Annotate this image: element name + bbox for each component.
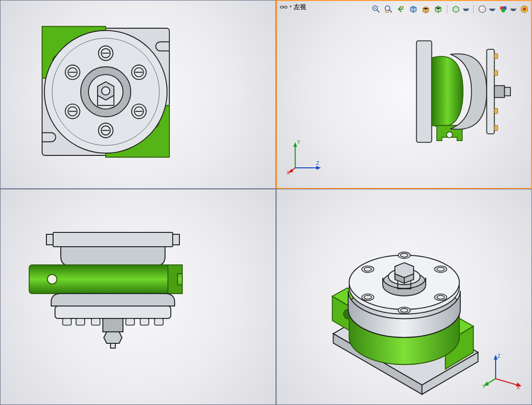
svg-point-116 bbox=[364, 296, 372, 299]
decals-icon[interactable] bbox=[520, 4, 529, 14]
svg-rect-67 bbox=[46, 234, 53, 245]
toolbar-separator bbox=[473, 5, 474, 13]
svg-rect-59 bbox=[487, 49, 494, 134]
appearances-icon[interactable] bbox=[499, 4, 508, 14]
svg-text:X: X bbox=[517, 385, 520, 390]
link-icon bbox=[280, 5, 288, 10]
svg-rect-66 bbox=[53, 232, 173, 247]
svg-rect-80 bbox=[111, 343, 115, 348]
svg-marker-51 bbox=[316, 166, 321, 170]
viewport-label: *左視 bbox=[280, 3, 306, 11]
svg-text:Z: Z bbox=[316, 161, 319, 166]
viewport-left[interactable]: *左視 Y Z X bbox=[276, 0, 532, 189]
svg-text:Y: Y bbox=[297, 140, 300, 145]
svg-rect-63 bbox=[494, 125, 498, 131]
viewport-label-prefix: * bbox=[289, 4, 292, 11]
zoom-area-icon[interactable] bbox=[384, 4, 393, 14]
scene-icon[interactable] bbox=[477, 4, 487, 14]
svg-rect-62 bbox=[494, 109, 498, 114]
svg-marker-49 bbox=[293, 142, 297, 147]
model-left-view bbox=[404, 24, 514, 159]
scene-dropdown[interactable] bbox=[489, 9, 496, 14]
model-front-view bbox=[15, 10, 197, 174]
svg-point-108 bbox=[400, 253, 408, 257]
model-top-view bbox=[15, 218, 197, 371]
svg-point-47 bbox=[523, 7, 526, 11]
orientation-triad: Y Z X bbox=[285, 138, 323, 176]
svg-point-36 bbox=[385, 6, 390, 11]
section-view-icon[interactable] bbox=[409, 4, 418, 14]
svg-rect-71 bbox=[55, 306, 171, 318]
svg-text:X: X bbox=[287, 170, 290, 175]
appearances-dropdown[interactable] bbox=[510, 9, 517, 14]
svg-point-118 bbox=[364, 267, 372, 271]
svg-rect-73 bbox=[76, 318, 85, 325]
four-viewport-grid: *左視 Y Z X bbox=[0, 0, 532, 405]
toolbar-separator bbox=[447, 5, 447, 13]
view-orientation-icon[interactable] bbox=[421, 4, 431, 14]
svg-point-58 bbox=[446, 132, 452, 138]
display-style-icon[interactable] bbox=[433, 4, 443, 14]
svg-rect-72 bbox=[63, 318, 71, 325]
svg-point-70 bbox=[47, 274, 57, 284]
model-iso-view bbox=[305, 212, 501, 405]
svg-rect-76 bbox=[140, 318, 149, 325]
svg-rect-75 bbox=[126, 318, 134, 325]
svg-rect-60 bbox=[494, 54, 498, 59]
viewport-front[interactable] bbox=[0, 0, 276, 189]
hide-show-dropdown[interactable] bbox=[463, 9, 469, 14]
svg-point-114 bbox=[400, 308, 408, 312]
hide-show-icon[interactable] bbox=[451, 4, 461, 14]
viewport-isometric[interactable]: Z X Y bbox=[276, 189, 532, 405]
svg-rect-65 bbox=[505, 88, 510, 96]
previous-view-icon[interactable] bbox=[396, 4, 406, 14]
svg-rect-57 bbox=[417, 41, 432, 142]
svg-rect-74 bbox=[91, 318, 100, 325]
svg-rect-68 bbox=[173, 234, 179, 245]
viewport-label-text: 左視 bbox=[294, 3, 306, 11]
view-toolbar bbox=[371, 4, 529, 14]
svg-rect-61 bbox=[494, 70, 498, 76]
svg-point-112 bbox=[437, 296, 444, 299]
svg-point-10 bbox=[101, 87, 110, 95]
svg-point-42 bbox=[480, 7, 482, 9]
svg-rect-64 bbox=[494, 86, 504, 98]
zoom-to-fit-icon[interactable] bbox=[371, 4, 381, 14]
svg-line-33 bbox=[377, 10, 379, 12]
viewport-top[interactable] bbox=[0, 189, 276, 405]
svg-point-41 bbox=[479, 6, 486, 12]
svg-rect-78 bbox=[103, 318, 123, 332]
svg-rect-77 bbox=[155, 318, 163, 325]
svg-marker-79 bbox=[104, 332, 122, 343]
svg-point-45 bbox=[501, 9, 505, 12]
svg-line-37 bbox=[389, 10, 392, 12]
svg-point-110 bbox=[437, 267, 444, 271]
svg-point-39 bbox=[402, 6, 404, 8]
